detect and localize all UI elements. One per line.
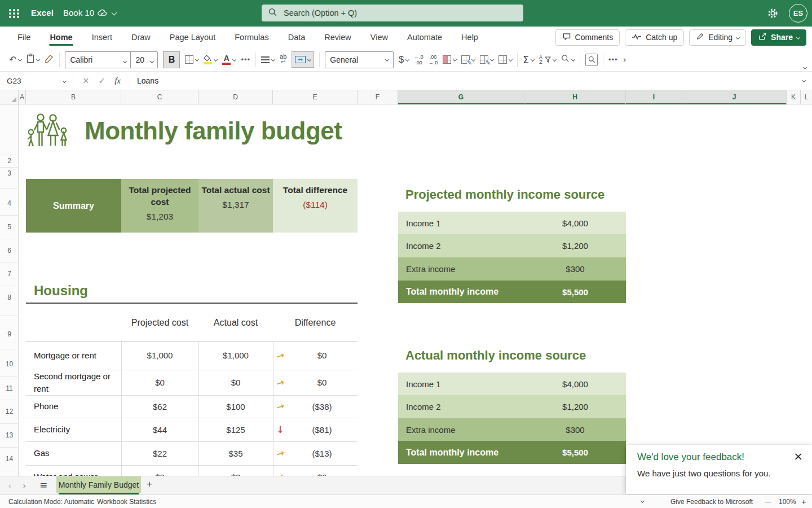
housing-difference-cell[interactable]: ($38) [286,395,358,418]
housing-actual-cell[interactable]: $125 [198,418,273,441]
search-input[interactable] [283,8,497,18]
housing-actual-cell[interactable]: $35 [198,441,273,465]
cell-styles-button[interactable]: ✎ [480,55,493,64]
housing-actual-cell[interactable]: $0 [198,370,273,395]
font-name-select[interactable]: Calibri [65,55,120,64]
enter-check-icon[interactable]: ✓ [99,76,106,86]
document-menu-chevron-icon[interactable] [112,10,117,16]
select-all-corner[interactable] [0,90,19,104]
avatar[interactable]: ES [789,4,807,23]
cancel-icon[interactable]: × [82,76,90,86]
row-header-4[interactable]: 4 [0,198,19,208]
housing-projected-cell[interactable]: $44 [121,418,198,441]
row-header-13[interactable]: 13 [0,430,19,440]
actual-income-row[interactable]: Income 1 $4,000 [398,373,626,395]
housing-actual-cell[interactable]: $100 [198,395,273,418]
housing-difference-cell[interactable]: $0 [286,370,358,395]
settings-gear-icon[interactable] [767,7,779,21]
ribbon-expand-button[interactable]: › [623,55,626,65]
borders-button[interactable] [185,55,198,64]
housing-row-label[interactable]: Electricity [34,418,120,441]
chevron-down-icon[interactable] [147,55,157,65]
column-header-f[interactable]: F [358,90,398,104]
undo-button[interactable]: ↶ [9,55,21,64]
housing-row-label[interactable]: Mortgage or rent [34,341,120,370]
paste-button[interactable] [27,54,39,65]
tab-insert[interactable]: Insert [82,27,122,48]
summary-header-cell[interactable]: Summary [26,179,121,233]
catch-up-button[interactable]: Catch up [625,29,684,46]
actual-income-title[interactable]: Actual monthly income source [405,348,642,363]
share-button[interactable]: Share [751,29,806,46]
zoom-out-button[interactable]: — [765,498,771,506]
format-painter-button[interactable] [45,54,54,65]
currency-format-button[interactable]: $ [399,55,409,65]
close-icon[interactable]: × [793,449,803,463]
column-header-b[interactable]: B [26,90,121,104]
name-box[interactable]: G23 [0,72,73,90]
housing-row-label[interactable]: Phone [34,395,120,418]
spreadsheet-canvas[interactable]: 2 3 4 5 6 7 8 9 10 11 12 13 14 [0,104,812,476]
tab-review[interactable]: Review [315,27,361,48]
row-header-10[interactable]: 10 [0,359,19,369]
column-header-k[interactable]: K [787,90,801,104]
column-header-h[interactable]: H [524,90,626,104]
number-format-select[interactable]: General [325,51,394,68]
housing-difference-cell[interactable]: $0 [286,465,358,476]
housing-actual-cell[interactable]: $1,000 [198,341,273,370]
tab-formulas[interactable]: Formulas [225,27,278,48]
insert-table-button[interactable] [498,55,512,64]
font-size-select[interactable]: 20 [131,55,147,64]
find-button[interactable] [561,54,575,65]
app-launcher-icon[interactable] [9,9,11,11]
chevron-down-icon[interactable] [120,55,130,65]
analyze-data-button[interactable] [585,54,598,66]
sort-filter-button[interactable]: AZ [539,55,556,65]
housing-projected-cell[interactable]: $22 [121,441,198,465]
housing-actual-cell[interactable]: $8 [198,465,273,476]
tab-automate[interactable]: Automate [398,27,452,48]
zoom-level[interactable]: 100% [779,498,796,506]
tab-page-layout[interactable]: Page Layout [160,27,225,48]
housing-section-title[interactable]: Housing [34,283,88,299]
column-header-i[interactable]: I [626,90,682,104]
sheet-title[interactable]: Monthly family budget [85,117,342,145]
row-header-2[interactable]: 2 [0,156,19,166]
expand-formula-bar-chevron-icon[interactable] [802,78,806,82]
housing-projected-cell[interactable]: $62 [121,395,198,418]
document-title[interactable]: Book 10 [63,8,94,17]
column-header-a[interactable]: A [19,90,26,104]
tab-home[interactable]: Home [40,27,82,48]
row-header-9[interactable]: 9 [0,329,19,339]
projected-income-title[interactable]: Projected monthly income source [405,187,642,202]
column-header-j[interactable]: J [682,90,787,104]
housing-col-header-difference[interactable]: Difference [273,305,358,340]
column-header-e[interactable]: E [273,90,358,104]
housing-row-label[interactable]: Gas [34,441,120,465]
summary-actual-cell[interactable]: Total actual cost $1,317 [198,179,273,233]
housing-projected-cell[interactable]: $0 [121,370,198,395]
row-header-6[interactable]: 6 [0,246,19,256]
prev-sheet-icon[interactable]: ‹ [8,480,11,491]
row-header-3[interactable]: 3 [0,168,19,178]
housing-row-label[interactable]: Second mortgage or rent [34,370,120,395]
font-color-button[interactable]: A [222,54,236,65]
column-header-d[interactable]: D [198,90,273,104]
bold-button[interactable]: B [163,51,180,68]
housing-difference-cell[interactable]: ($13) [286,441,358,465]
row-header-12[interactable]: 12 [0,406,19,417]
row-header-11[interactable]: 11 [0,383,19,393]
housing-projected-cell[interactable]: $8 [121,465,198,476]
projected-income-row[interactable]: Extra income $300 [398,257,626,281]
summary-difference-cell[interactable]: Total difference ($114) [273,179,358,233]
actual-income-total-row[interactable]: Total monthly income $5,500 [398,441,626,464]
all-sheets-menu-icon[interactable]: ≡ [39,479,47,491]
tab-file[interactable]: File [8,27,40,48]
conditional-formatting-button[interactable] [443,55,456,64]
housing-col-header-projected[interactable]: Projected cost [121,305,198,340]
comments-button[interactable]: Comments [555,29,620,46]
wrap-text-button[interactable]: ab ↩ [280,54,286,65]
tab-data[interactable]: Data [279,27,315,48]
tab-view[interactable]: View [361,27,398,48]
zoom-in-button[interactable]: + [801,497,806,506]
